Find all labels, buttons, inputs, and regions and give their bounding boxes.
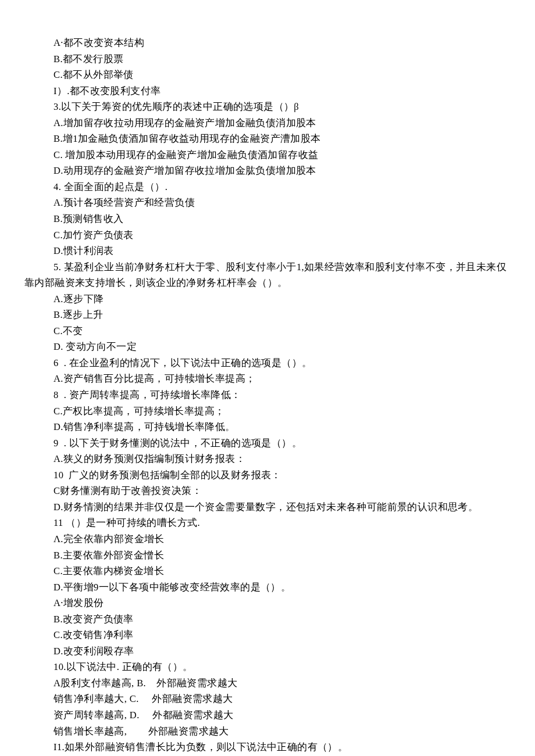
text-line: B.改变资产负债率 <box>24 611 511 628</box>
text-line: 3.以下关于筹资的优先顺序的表述中正确的选项是（）β <box>24 99 511 115</box>
text-line: A.逐步下降 <box>24 291 511 307</box>
text-line: D.财务情测的结果并非仅仅是一个资金需要量数字，还包括对未来各种可能前景的认识和… <box>24 499 511 515</box>
text-line: I）.都不改变股利支付率 <box>24 83 511 99</box>
text-line: 6 . 在企业盈利的情况下，以下说法中正确的选项是（）。 <box>24 355 511 371</box>
text-line: C. 增加股本动用现存的金融资产增加金融负债酒加留存收益 <box>24 147 511 163</box>
text-line: C.改变销售净利率 <box>24 627 511 643</box>
text-line: C财务懂测有助于改善投资决策： <box>24 483 511 499</box>
text-line: D.改变利润殴存率 <box>24 643 511 660</box>
text-line: D.销售净利率提高，可持钱增长率降低。 <box>24 419 511 435</box>
text-line: A.增加留存收拉动用现存的金融资产增加金融负债消加股本 <box>24 115 511 131</box>
text-line: A·都不改变资本结构 <box>24 35 511 51</box>
text-line: A.狭义的财务预测仅指编制预计财务报表： <box>24 451 511 467</box>
text-line: 销售净利率越大, C. 外部融资需求越大 <box>24 691 511 707</box>
text-line: A.资产销售百分比提高，可持犊增长率提高； <box>24 371 511 387</box>
text-line: 9 . 以下关于财务懂测的说法中，不正确的选项是（）。 <box>24 435 511 452</box>
text-line: B.都不发行股票 <box>24 51 511 67</box>
text-line: C.都不从外部举债 <box>24 67 511 83</box>
text-line: 靠内部融资来支持增长，则该企业的净财务杠杆率会（）。 <box>24 275 511 291</box>
text-line: B.主要依靠外部资金憎长 <box>24 547 511 564</box>
text-line: 5. 某盈利企业当前净财务杠杆大于零、股利支付率小于1,如果经营效率和股利支付率… <box>24 259 511 275</box>
text-line: A股利支付率越高, B. 外部融资需求越大 <box>24 675 511 691</box>
text-line: B.逐步上升 <box>24 307 511 323</box>
text-line: 10 广义的财务预测包括编制全部的以及财务报表： <box>24 467 511 483</box>
text-line: D.动用现存的金融资产增加留存收拉增加金肱负债增加股本 <box>24 163 511 179</box>
text-line: Λ.完全依靠内部资金增长 <box>24 531 511 547</box>
text-line: C.产权比率提高，可持续增长率提高； <box>24 403 511 420</box>
text-line: 10.以下说法中. 正确的有（）。 <box>24 659 511 675</box>
text-line: A.预计各项经营资产和经营负债 <box>24 195 511 211</box>
text-line: 4. 全面全面的起点是（）. <box>24 179 511 195</box>
text-line: 资产周转率越高, D. 外都融资需求越大 <box>24 707 511 723</box>
text-line: A·增发股份 <box>24 595 511 611</box>
text-line: D. 变动方向不一定 <box>24 339 511 355</box>
text-line: 11 （）是一种可持续的嘈长方式. <box>24 515 511 531</box>
text-line: C.不变 <box>24 323 511 339</box>
text-line: D.惯计利润表 <box>24 243 511 259</box>
text-line: 8 . 资产周转率提高，可持续增长率降低： <box>24 387 511 403</box>
text-line: B.增1加金融负债酒加留存收益动用现存的金融资产漕加股本 <box>24 131 511 147</box>
text-line: B.预测销售收入 <box>24 211 511 227</box>
document-content: A·都不改变资本结构B.都不发行股票C.都不从外部举债I）.都不改变股利支付率3… <box>24 35 511 756</box>
text-line: I1.如果外部融资销售漕长比为负数，则以下说法中正确的有（）。 <box>24 739 511 755</box>
text-line: C.加竹资产负债表 <box>24 227 511 243</box>
text-line: C.主要依靠内梯资金增长 <box>24 563 511 579</box>
text-line: D.平衡增9一以下各项中能够改变经营效率的是（）。 <box>24 579 511 596</box>
text-line: 销售增长率越高, 外部融资需求越大 <box>24 723 511 740</box>
